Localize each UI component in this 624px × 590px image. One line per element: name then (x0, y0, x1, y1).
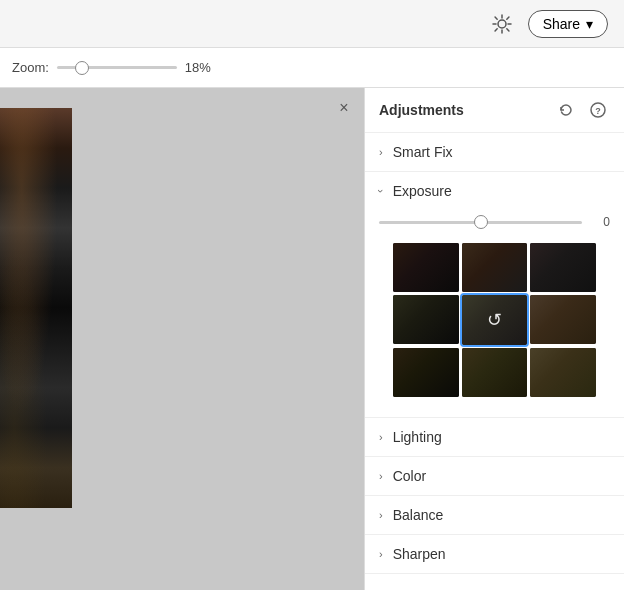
exposure-slider[interactable] (379, 221, 582, 224)
smart-fix-label: Smart Fix (393, 144, 453, 160)
balance-label: Balance (393, 507, 444, 523)
smart-fix-section[interactable]: › Smart Fix (365, 133, 624, 172)
top-bar: Share ▾ (0, 0, 624, 48)
zoom-label: Zoom: (12, 60, 49, 75)
sharpen-label: Sharpen (393, 546, 446, 562)
svg-text:?: ? (595, 106, 601, 116)
exposure-content: 0 ↺ (365, 203, 624, 418)
thumb-cell[interactable] (393, 348, 459, 397)
thumb-cell[interactable] (530, 295, 596, 344)
exposure-slider-row: 0 (379, 215, 610, 229)
lighting-label: Lighting (393, 429, 442, 445)
exposure-value: 0 (590, 215, 610, 229)
smart-fix-chevron: › (379, 146, 383, 158)
sharpen-chevron: › (379, 548, 383, 560)
thumb-cell[interactable] (530, 243, 596, 292)
panel-icons: ? (554, 98, 610, 122)
reset-icon: ↺ (462, 295, 528, 344)
thumb-cell-selected[interactable]: ↺ (462, 295, 528, 344)
chevron-down-icon: ▾ (586, 16, 593, 32)
thumb-cell[interactable] (462, 243, 528, 292)
exposure-section-header[interactable]: › Exposure (365, 172, 624, 203)
thumbnails-grid: ↺ (379, 239, 610, 409)
svg-line-7 (506, 17, 508, 19)
help-icon[interactable]: ? (586, 98, 610, 122)
adjustments-panel: Adjustments ? › Smart Fix (364, 88, 624, 590)
sun-icon[interactable] (486, 8, 518, 40)
exposure-chevron: › (375, 189, 387, 193)
thumb-cell[interactable] (530, 348, 596, 397)
color-label: Color (393, 468, 426, 484)
photo-area: × (0, 88, 364, 590)
thumb-cell[interactable] (393, 243, 459, 292)
zoom-slider[interactable] (57, 66, 177, 69)
zoom-bar: Zoom: 18% (0, 48, 624, 88)
thumb-cell[interactable] (462, 348, 528, 397)
svg-line-5 (495, 17, 497, 19)
thumb-cell[interactable] (393, 295, 459, 344)
main-content: × Adjustments ? (0, 88, 624, 590)
color-section[interactable]: › Color (365, 457, 624, 496)
svg-line-8 (495, 28, 497, 30)
lighting-chevron: › (379, 431, 383, 443)
share-label: Share (543, 16, 580, 32)
sharpen-section[interactable]: › Sharpen (365, 535, 624, 574)
close-button[interactable]: × (332, 96, 356, 120)
svg-line-6 (506, 28, 508, 30)
balance-chevron: › (379, 509, 383, 521)
undo-icon[interactable] (554, 98, 578, 122)
panel-header: Adjustments ? (365, 88, 624, 133)
zoom-value: 18% (185, 60, 211, 75)
share-button[interactable]: Share ▾ (528, 10, 608, 38)
photo-thumbnail (0, 108, 72, 508)
svg-point-0 (498, 20, 506, 28)
lighting-section[interactable]: › Lighting (365, 418, 624, 457)
color-chevron: › (379, 470, 383, 482)
panel-title: Adjustments (379, 102, 464, 118)
exposure-label: Exposure (393, 183, 452, 199)
balance-section[interactable]: › Balance (365, 496, 624, 535)
